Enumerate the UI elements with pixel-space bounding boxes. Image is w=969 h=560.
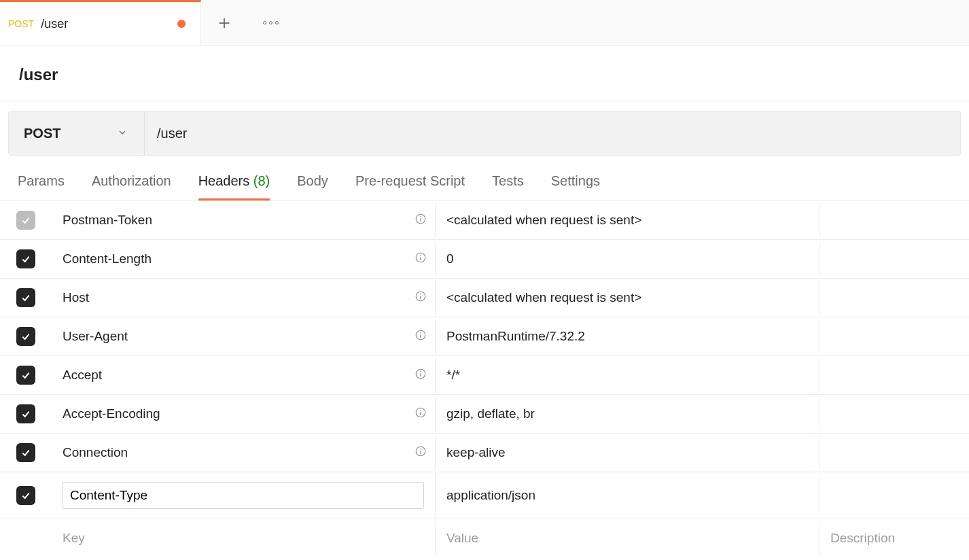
tab-params[interactable]: Params <box>18 173 65 200</box>
table-row: Accept*/* <box>0 355 969 394</box>
table-row: application/json <box>0 472 969 519</box>
header-enabled-checkbox[interactable] <box>0 240 52 278</box>
header-description-cell[interactable] <box>820 486 969 505</box>
header-key-input[interactable] <box>63 482 424 509</box>
header-description-placeholder[interactable]: Description <box>820 521 969 555</box>
table-row: Content-Length0 <box>0 239 969 278</box>
tab-prerequest[interactable]: Pre-request Script <box>355 173 465 200</box>
tab-bar: POST /user <box>0 0 969 46</box>
checkbox-icon <box>16 443 35 462</box>
header-enabled-checkbox[interactable] <box>0 279 52 317</box>
header-description-cell[interactable] <box>820 327 969 346</box>
tab-tests[interactable]: Tests <box>492 173 524 200</box>
url-input[interactable] <box>145 111 960 155</box>
tab-settings[interactable]: Settings <box>551 173 600 200</box>
header-key-text: Postman-Token <box>63 213 152 228</box>
request-tab[interactable]: POST /user <box>0 0 201 46</box>
tab-method-label: POST <box>8 18 34 29</box>
header-description-cell[interactable] <box>820 443 969 462</box>
header-key-text: Content-Length <box>63 251 152 266</box>
header-value-cell[interactable]: */* <box>436 358 820 392</box>
info-icon[interactable] <box>415 251 427 267</box>
header-key-cell[interactable]: Accept <box>52 358 436 393</box>
checkbox-icon <box>16 249 35 268</box>
plus-icon <box>217 16 232 31</box>
header-description-cell[interactable] <box>820 211 969 230</box>
checkbox-icon <box>16 327 35 346</box>
tab-headers[interactable]: Headers (8) <box>198 173 270 200</box>
checkbox-icon <box>16 288 35 307</box>
svg-point-7 <box>420 254 421 256</box>
header-enabled-checkbox[interactable] <box>0 317 52 355</box>
unsaved-indicator-icon <box>177 20 186 28</box>
tab-title: /user <box>41 17 68 31</box>
info-icon[interactable] <box>415 213 427 228</box>
header-value-placeholder[interactable]: Value <box>436 521 820 555</box>
table-row: Host<calculated when request is sent> <box>0 278 969 317</box>
table-row: Postman-Token<calculated when request is… <box>0 200 969 239</box>
header-value-cell[interactable]: keep-alive <box>436 436 820 470</box>
info-icon[interactable] <box>415 445 427 461</box>
info-icon[interactable] <box>415 329 427 345</box>
header-enabled-checkbox[interactable] <box>0 476 52 514</box>
header-enabled-checkbox[interactable] <box>0 201 52 239</box>
request-title[interactable]: /user <box>19 65 969 84</box>
header-key-text: Host <box>63 290 89 305</box>
svg-point-4 <box>420 215 421 217</box>
info-icon[interactable] <box>415 290 427 306</box>
header-enabled-checkbox[interactable] <box>0 395 52 433</box>
tab-options-button[interactable] <box>247 0 294 46</box>
new-header-row[interactable]: KeyValueDescription <box>0 519 969 557</box>
request-title-area: /user <box>0 46 969 101</box>
info-icon[interactable] <box>415 368 427 383</box>
header-enabled-checkbox[interactable] <box>0 529 52 548</box>
method-select-value: POST <box>24 126 60 141</box>
header-key-text: Accept-Encoding <box>63 406 160 421</box>
header-key-cell[interactable] <box>52 472 436 519</box>
header-key-cell[interactable]: Content-Length <box>52 242 436 277</box>
svg-point-13 <box>420 332 421 333</box>
table-row: Accept-Encodinggzip, deflate, br <box>0 394 969 433</box>
header-description-cell[interactable] <box>820 288 969 307</box>
header-value-cell[interactable]: PostmanRuntime/7.32.2 <box>436 319 820 353</box>
info-icon[interactable] <box>415 406 427 422</box>
checkbox-icon <box>16 404 35 423</box>
more-icon <box>263 21 279 24</box>
table-row: User-AgentPostmanRuntime/7.32.2 <box>0 317 969 355</box>
checkbox-icon <box>16 486 35 505</box>
tab-body[interactable]: Body <box>297 173 328 200</box>
header-key-cell[interactable]: Connection <box>52 436 436 470</box>
chevron-down-icon <box>117 126 128 141</box>
table-row: Connectionkeep-alive <box>0 433 969 472</box>
request-row: POST <box>8 111 961 156</box>
method-select[interactable]: POST <box>9 111 145 155</box>
header-description-cell[interactable] <box>820 366 969 385</box>
tab-authorization[interactable]: Authorization <box>92 173 171 200</box>
header-value-cell[interactable]: <calculated when request is sent> <box>436 203 820 237</box>
tab-headers-label: Headers <box>198 173 250 188</box>
header-key-placeholder[interactable]: Key <box>52 521 436 555</box>
request-subtabs: Params Authorization Headers (8) Body Pr… <box>0 156 969 200</box>
svg-point-10 <box>420 293 421 294</box>
header-description-cell[interactable] <box>820 249 969 268</box>
header-value-cell[interactable]: 0 <box>436 242 820 276</box>
header-key-text: User-Agent <box>63 329 128 344</box>
header-value-cell[interactable]: gzip, deflate, br <box>436 397 820 431</box>
header-description-cell[interactable] <box>820 404 969 423</box>
header-value-cell[interactable]: <calculated when request is sent> <box>436 281 820 315</box>
tab-headers-count: (8) <box>253 173 270 188</box>
header-key-cell[interactable]: Postman-Token <box>52 203 436 238</box>
new-tab-button[interactable] <box>201 0 247 46</box>
checkbox-icon <box>16 211 35 230</box>
headers-table: Postman-Token<calculated when request is… <box>0 200 969 557</box>
header-enabled-checkbox[interactable] <box>0 356 52 394</box>
header-key-cell[interactable]: Accept-Encoding <box>52 397 436 432</box>
svg-point-19 <box>420 409 421 410</box>
checkbox-icon <box>16 366 35 385</box>
header-key-text: Connection <box>63 445 128 460</box>
header-value-cell[interactable]: application/json <box>436 478 820 512</box>
header-key-cell[interactable]: User-Agent <box>52 319 436 354</box>
header-enabled-checkbox[interactable] <box>0 434 52 472</box>
header-key-cell[interactable]: Host <box>52 281 436 315</box>
header-key-text: Accept <box>63 368 102 383</box>
